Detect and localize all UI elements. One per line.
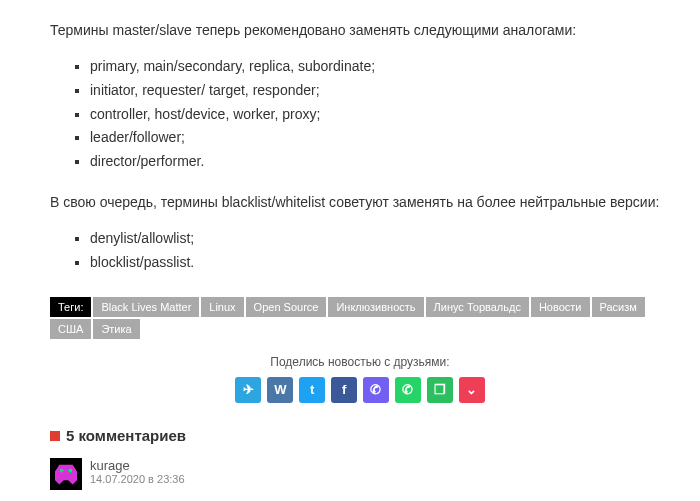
tag-link[interactable]: Open Source xyxy=(246,297,327,317)
twitter-icon[interactable]: t xyxy=(299,377,325,403)
tag-link[interactable]: Linux xyxy=(201,297,243,317)
list-item: blocklist/passlist. xyxy=(90,251,670,275)
viber-icon[interactable]: ✆ xyxy=(363,377,389,403)
tag-link[interactable]: Расизм xyxy=(592,297,645,317)
facebook-icon[interactable]: f xyxy=(331,377,357,403)
tag-link[interactable]: Black Lives Matter xyxy=(93,297,199,317)
paragraph-intro-2: В свою очередь, термины blacklist/whitel… xyxy=(50,192,670,213)
list-item: primary, main/secondary, replica, subord… xyxy=(90,55,670,79)
tags-row: Теги: Black Lives Matter Linux Open Sour… xyxy=(50,297,670,341)
list-item: leader/follower; xyxy=(90,126,670,150)
share-label: Поделись новостью с друзьями: xyxy=(50,355,670,369)
tag-link[interactable]: Новости xyxy=(531,297,590,317)
paragraph-intro-1: Термины master/slave теперь рекомендован… xyxy=(50,20,670,41)
comments-count: 5 комментариев xyxy=(66,427,186,444)
square-bullet-icon xyxy=(50,431,60,441)
tag-link[interactable]: США xyxy=(50,319,91,339)
list-item: controller, host/device, worker, proxy; xyxy=(90,103,670,127)
evernote-icon[interactable]: ❐ xyxy=(427,377,453,403)
telegram-icon[interactable]: ✈ xyxy=(235,377,261,403)
comments-header: 5 комментариев xyxy=(50,427,670,444)
tag-link[interactable]: Этика xyxy=(93,319,139,339)
pocket-icon[interactable]: ⌄ xyxy=(459,377,485,403)
replacement-list-2: denylist/allowlist; blocklist/passlist. xyxy=(50,227,670,275)
list-item: denylist/allowlist; xyxy=(90,227,670,251)
tag-link[interactable]: Инклюзивность xyxy=(328,297,423,317)
whatsapp-icon[interactable]: ✆ xyxy=(395,377,421,403)
list-item: director/performer. xyxy=(90,150,670,174)
avatar[interactable] xyxy=(50,458,82,490)
comment-body: Давайте ещё уберем понятие daemon, а то … xyxy=(50,498,670,501)
comment: kurage 14.07.2020 в 23:36 xyxy=(50,458,670,490)
tag-link[interactable]: Линус Торвальдс xyxy=(426,297,529,317)
comment-date: 14.07.2020 в 23:36 xyxy=(90,473,185,485)
share-row: ✈ W t f ✆ ✆ ❐ ⌄ xyxy=(50,377,670,403)
list-item: initiator, requester/ target, responder; xyxy=(90,79,670,103)
tags-label: Теги: xyxy=(50,297,91,317)
replacement-list-1: primary, main/secondary, replica, subord… xyxy=(50,55,670,174)
comment-author[interactable]: kurage xyxy=(90,458,185,473)
vk-icon[interactable]: W xyxy=(267,377,293,403)
